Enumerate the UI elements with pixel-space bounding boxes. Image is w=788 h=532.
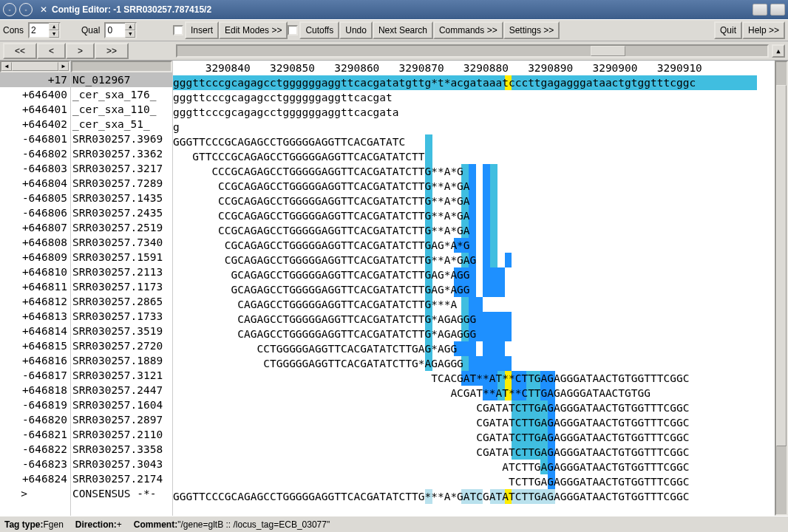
sequence-row[interactable]: CTGGGGGAGGTTCACGATATCTTG*AGAGGG [173, 356, 775, 371]
read-number: +646807 [0, 220, 70, 235]
sequence-row[interactable]: CGATATCTTGAGAGGGATAACTGTGGTTTCGGC [173, 415, 775, 430]
window-menu-icon[interactable]: ◦ [3, 3, 16, 16]
read-name[interactable]: SRR030257.1889 [71, 353, 172, 368]
editor-workspace: ◀▶ +17+646400+646401+646402-646801-64680… [0, 61, 788, 516]
sequence-row[interactable]: CCGCAGAGCCTGGGGGAGGTTCACGATATCTTG**A*GA [173, 208, 775, 223]
read-name[interactable]: _cer_sxa_176_ [71, 87, 172, 102]
sequence-row[interactable]: TCACGAT**AT**CTTGAGAGGGATAACTGTGGTTTCGGC [173, 371, 775, 386]
qual-up-icon[interactable]: ▲ [125, 23, 135, 30]
sequence-row[interactable]: GCAGAGCCTGGGGGAGGTTCACGATATCTTGAG*AGG [173, 282, 775, 297]
settings-button[interactable]: Settings >> [503, 21, 560, 39]
undo-button[interactable]: Undo [339, 21, 373, 39]
cutoffs-button[interactable]: Cutoffs [299, 21, 339, 39]
read-name[interactable]: SRR030257.1591 [71, 250, 172, 265]
namecol-hscroll[interactable] [71, 61, 172, 72]
read-name[interactable]: SRR030257.2113 [71, 265, 172, 279]
sequence-row[interactable]: CCCGCAGAGCCTGGGGGAGGTTCACGATATCTTG**A*G [173, 164, 775, 179]
read-name[interactable]: SRR030257.2720 [71, 338, 172, 353]
sequence-row[interactable]: CGATATCTTGAGAGGGATAACTGTGGTTTCGGC [173, 400, 775, 415]
sequence-row[interactable]: gggttcccgcagagcctggggggaggttcacgat [173, 90, 775, 105]
read-name[interactable]: SRR030257.3217 [71, 161, 172, 176]
read-name[interactable]: SRR030257.3362 [71, 146, 172, 161]
read-name[interactable]: SRR030257.3121 [71, 368, 172, 383]
quit-button[interactable]: Quit [714, 21, 742, 39]
sequence-row[interactable]: ATCTTGAGAGGGATAACTGTGGTTTCGGC [173, 460, 775, 474]
sequence-row[interactable]: TCTTGAGAGGGATAACTGTGGTTTCGGC [173, 474, 775, 489]
read-name[interactable]: SRR030257.2110 [71, 427, 172, 442]
sequence-area[interactable]: 3290840 3290850 3290860 3290870 3290880 … [173, 61, 775, 516]
window-sticky-icon[interactable]: ◦ [19, 3, 33, 16]
sequence-row[interactable]: GGGTTCCCGCAGAGCCTGGGGGAGGTTCACGATATCTTG*… [173, 489, 775, 504]
sequence-row[interactable]: CGCAGAGCCTGGGGGAGGTTCACGATATCTTG**A*GAG [173, 253, 775, 267]
cons-up-icon[interactable]: ▲ [49, 23, 59, 30]
cons-down-icon[interactable]: ▼ [49, 30, 59, 38]
sequence-row[interactable]: GTTCCCGCAGAGCCTGGGGGAGGTTCACGATATCTT [173, 149, 775, 164]
sequence-row[interactable]: CCGCAGAGCCTGGGGGAGGTTCACGATATCTTG**A*GA [173, 194, 775, 208]
qual-spinner[interactable]: ▲▼ [104, 22, 137, 38]
read-name[interactable]: SRR030257.1733 [71, 309, 172, 324]
sequence-row[interactable]: CAGAGCCTGGGGGAGGTTCACGATATCTTG*AGAGGG [173, 312, 775, 327]
cutoffs-checkbox[interactable] [288, 25, 298, 35]
qual-input[interactable] [106, 25, 125, 35]
read-name[interactable]: SRR030257.3519 [71, 324, 172, 338]
read-name[interactable]: SRR030257.1435 [71, 191, 172, 205]
read-name[interactable]: SRR030257.2865 [71, 294, 172, 309]
read-name[interactable]: SRR030257.7289 [71, 176, 172, 191]
edit-modes-button[interactable]: Edit Modes >> [219, 21, 288, 39]
qual-down-icon[interactable]: ▼ [125, 30, 135, 38]
leftcol-hscroll[interactable]: ◀▶ [0, 61, 70, 72]
read-name[interactable]: SRR030257.1173 [71, 279, 172, 294]
sequence-row[interactable]: gggttcccgcagagcctggggggaggttcacgatatgttg… [173, 75, 775, 90]
sequence-row[interactable]: GGGTTCCCGCAGAGCCTGGGGGAGGTTCACGATATC [173, 134, 775, 149]
read-name[interactable]: SRR030257.2435 [71, 205, 172, 220]
nav-first-button[interactable]: << [3, 43, 37, 59]
read-name[interactable]: SRR030257.3358 [71, 442, 172, 457]
read-number: -646819 [0, 398, 70, 412]
insert-button[interactable]: Insert [185, 21, 219, 39]
scroll-up-button[interactable]: ▲ [772, 44, 785, 58]
sequence-row[interactable]: CGCAGAGCCTGGGGGAGGTTCACGATATCTTGAG*A*G [173, 238, 775, 253]
maximize-button[interactable] [770, 4, 785, 16]
sequence-row[interactable]: CCTGGGGGAGGTTCACGATATCTTGAG*AGG [173, 341, 775, 356]
sequence-row[interactable]: gggttcccgcagagcctggggggaggttcacgata [173, 105, 775, 120]
next-search-button[interactable]: Next Search [373, 21, 433, 39]
nav-next-button[interactable]: > [66, 43, 95, 59]
read-name[interactable]: SRR030257.2519 [71, 220, 172, 235]
read-name[interactable]: NC_012967 [71, 72, 172, 87]
nav-toolbar: << < > >> ▲ [0, 41, 788, 61]
horizontal-scrollbar[interactable] [176, 44, 769, 58]
read-name[interactable]: SRR030257.3043 [71, 457, 172, 471]
sequence-row[interactable]: CAGAGCCTGGGGGAGGTTCACGATATCTTG***A [173, 297, 775, 312]
read-number: +646809 [0, 250, 70, 265]
sequence-row[interactable]: CCGCAGAGCCTGGGGGAGGTTCACGATATCTTG**A*GA [173, 179, 775, 194]
hscroll-thumb[interactable] [591, 46, 626, 56]
sequence-row[interactable]: CGATATCTTGAGAGGGATAACTGTGGTTTCGGC [173, 430, 775, 445]
help-button[interactable]: Help >> [742, 21, 785, 39]
nav-last-button[interactable]: >> [95, 43, 129, 59]
read-name[interactable]: SRR030257.2174 [71, 471, 172, 486]
read-number: +646804 [0, 176, 70, 191]
read-name[interactable]: SRR030257.3969 [71, 132, 172, 146]
status-bar: Tag type:Fgen Direction:+ Comment:"/gene… [0, 516, 788, 532]
read-name[interactable]: SRR030257.2447 [71, 383, 172, 398]
read-name[interactable]: _cer_sxa_51_ [71, 117, 172, 132]
read-name[interactable]: _cer_sxa_110_ [71, 102, 172, 117]
sequence-row[interactable]: CCGCAGAGCCTGGGGGAGGTTCACGATATCTTG**A*GA [173, 223, 775, 238]
read-number: -646823 [0, 457, 70, 471]
cons-input[interactable] [30, 25, 49, 35]
sequence-row[interactable]: ACGAT**AT**CTTGAGAGGGATAACTGTGG [173, 386, 775, 400]
minimize-button[interactable] [753, 4, 767, 16]
read-name[interactable]: SRR030257.2897 [71, 412, 172, 427]
sequence-row[interactable]: CAGAGCCTGGGGGAGGTTCACGATATCTTG*AGAGGG [173, 327, 775, 341]
sequence-row[interactable]: GCAGAGCCTGGGGGAGGTTCACGATATCTTGAG*AGG [173, 267, 775, 282]
read-name[interactable]: SRR030257.7340 [71, 235, 172, 250]
insert-checkbox[interactable] [173, 25, 183, 35]
cons-spinner[interactable]: ▲▼ [28, 22, 61, 38]
read-name[interactable]: SRR030257.1604 [71, 398, 172, 412]
vscroll-thumb[interactable] [776, 85, 787, 447]
sequence-row[interactable]: g [173, 120, 775, 134]
vertical-scrollbar[interactable] [775, 61, 788, 516]
commands-button[interactable]: Commands >> [433, 21, 503, 39]
nav-prev-button[interactable]: < [37, 43, 66, 59]
sequence-row[interactable]: CGATATCTTGAGAGGGATAACTGTGGTTTCGGC [173, 445, 775, 460]
